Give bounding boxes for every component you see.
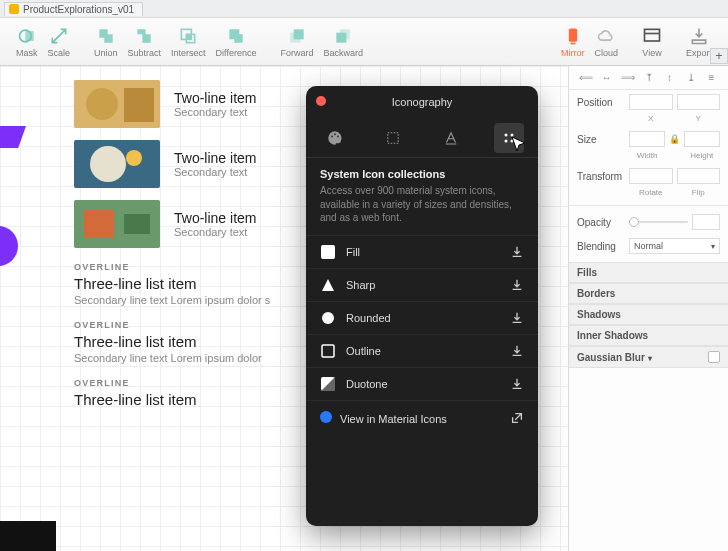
- list-item-title: Two-line item: [174, 210, 256, 226]
- tool-union[interactable]: Union: [94, 26, 118, 58]
- svg-rect-29: [321, 245, 335, 259]
- blur-enable-checkbox[interactable]: [708, 351, 720, 363]
- position-x-field[interactable]: [629, 94, 673, 110]
- tool-view[interactable]: View: [642, 26, 662, 58]
- size-height-field[interactable]: [684, 131, 720, 147]
- download-icon[interactable]: [510, 344, 524, 358]
- size-width-field[interactable]: [629, 131, 665, 147]
- lock-icon[interactable]: 🔒: [669, 134, 680, 144]
- align-bottom-icon[interactable]: ⤓: [685, 72, 697, 84]
- align-top-icon[interactable]: ⤒: [643, 72, 655, 84]
- document-tab[interactable]: ProductExplorations_v01: [4, 2, 143, 16]
- inspector-panel: + ⟸ ↔ ⟹ ⤒ ↕ ⤓ ≡ Position X Y Size 🔒: [568, 66, 728, 551]
- main-toolbar: Mask Scale Union Subtract Intersect Diff…: [0, 18, 728, 66]
- svg-point-27: [505, 139, 508, 142]
- sharp-style-icon: [320, 277, 336, 293]
- svg-point-21: [331, 135, 333, 137]
- borders-section-header[interactable]: Borders: [569, 283, 728, 304]
- black-shape-fragment: [0, 521, 56, 551]
- union-icon: [96, 26, 116, 46]
- icons-tab-icon[interactable]: [494, 123, 524, 153]
- svg-rect-8: [337, 32, 347, 42]
- svg-rect-6: [294, 29, 304, 39]
- svg-rect-9: [569, 28, 577, 41]
- download-icon[interactable]: [510, 311, 524, 325]
- svg-rect-1: [25, 31, 33, 41]
- backward-icon: [333, 26, 353, 46]
- list-item-title: Two-line item: [174, 90, 256, 106]
- transform-label: Transform: [577, 171, 625, 182]
- icon-style-rounded[interactable]: Rounded: [306, 301, 538, 334]
- position-label: Position: [577, 97, 625, 108]
- opacity-slider[interactable]: [629, 221, 688, 223]
- alignment-controls: ⟸ ↔ ⟹ ⤒ ↕ ⤓ ≡: [569, 66, 728, 90]
- list-item-subtitle: Secondary text: [174, 226, 256, 238]
- blending-select[interactable]: Normal ▾: [629, 238, 720, 254]
- download-icon[interactable]: [510, 377, 524, 391]
- icon-style-fill[interactable]: Fill: [306, 235, 538, 268]
- svg-point-22: [334, 133, 336, 135]
- svg-rect-20: [124, 214, 150, 234]
- duotone-style-icon: [320, 376, 336, 392]
- flip-field[interactable]: [677, 168, 721, 184]
- add-tab-button[interactable]: +: [710, 48, 728, 64]
- panel-title: Iconography: [392, 96, 453, 108]
- close-icon[interactable]: [316, 96, 326, 106]
- tool-cloud[interactable]: Cloud: [594, 26, 618, 58]
- blending-label: Blending: [577, 241, 625, 252]
- download-icon[interactable]: [510, 245, 524, 259]
- document-status-dot-icon: [9, 4, 19, 14]
- gaussian-blur-section-header[interactable]: Gaussian Blur ▾: [569, 346, 728, 368]
- tool-scale[interactable]: Scale: [48, 26, 71, 58]
- align-hcenter-icon[interactable]: ↔: [601, 72, 613, 84]
- typography-tab-icon[interactable]: [436, 123, 466, 153]
- rotate-field[interactable]: [629, 168, 673, 184]
- align-right-icon[interactable]: ⟹: [622, 72, 634, 84]
- svg-point-17: [126, 150, 142, 166]
- fills-section-header[interactable]: Fills: [569, 262, 728, 283]
- tool-mirror[interactable]: Mirror: [561, 26, 585, 58]
- shadows-section-header[interactable]: Shadows: [569, 304, 728, 325]
- forward-icon: [287, 26, 307, 46]
- tool-mask[interactable]: Mask: [16, 26, 38, 58]
- opacity-label: Opacity: [577, 217, 625, 228]
- outline-style-icon: [320, 343, 336, 359]
- icon-style-outline[interactable]: Outline: [306, 334, 538, 367]
- chevron-down-icon: ▾: [711, 242, 715, 251]
- list-item-subtitle: Secondary text: [174, 106, 256, 118]
- tool-difference[interactable]: Difference: [216, 26, 257, 58]
- rounded-style-icon: [320, 310, 336, 326]
- thumbnail-image: [74, 80, 160, 128]
- icon-style-sharp[interactable]: Sharp: [306, 268, 538, 301]
- icon-style-duotone[interactable]: Duotone: [306, 367, 538, 400]
- opacity-value-field[interactable]: [692, 214, 720, 230]
- distribute-icon[interactable]: ≡: [706, 72, 718, 84]
- svg-rect-11: [644, 29, 659, 41]
- export-icon: [689, 26, 709, 46]
- align-left-icon[interactable]: ⟸: [580, 72, 592, 84]
- svg-point-25: [505, 133, 508, 136]
- download-icon[interactable]: [510, 278, 524, 292]
- position-y-field[interactable]: [677, 94, 721, 110]
- crop-tab-icon[interactable]: [378, 123, 408, 153]
- thumbnail-image: [74, 200, 160, 248]
- mirror-icon: [563, 26, 583, 46]
- align-vcenter-icon[interactable]: ↕: [664, 72, 676, 84]
- difference-icon: [226, 26, 246, 46]
- tool-intersect[interactable]: Intersect: [171, 26, 206, 58]
- view-material-icons-link[interactable]: View in Material Icons: [306, 400, 538, 435]
- iconography-panel[interactable]: Iconography System Icon collections Acce…: [306, 86, 538, 526]
- radio-dot-icon: [320, 411, 332, 423]
- palette-tab-icon[interactable]: [320, 123, 350, 153]
- tool-backward[interactable]: Backward: [323, 26, 363, 58]
- inner-shadows-section-header[interactable]: Inner Shadows: [569, 325, 728, 346]
- tool-subtract[interactable]: Subtract: [128, 26, 162, 58]
- mask-icon: [17, 26, 37, 46]
- list-item-subtitle: Secondary text: [174, 166, 256, 178]
- tool-forward[interactable]: Forward: [280, 26, 313, 58]
- tool-export[interactable]: Export: [686, 26, 712, 58]
- panel-header[interactable]: Iconography: [306, 86, 538, 118]
- svg-rect-31: [322, 345, 334, 357]
- window-tab-bar: ProductExplorations_v01: [0, 0, 728, 18]
- svg-rect-24: [388, 132, 399, 143]
